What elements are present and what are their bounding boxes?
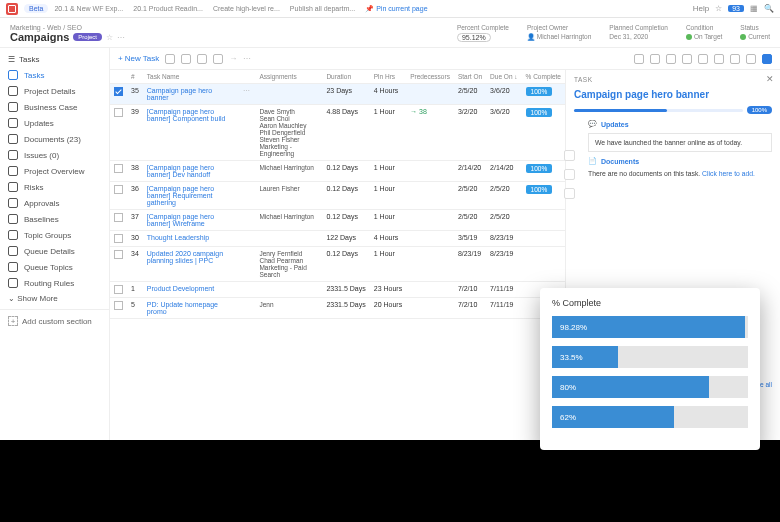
column-header[interactable]: # — [127, 70, 143, 84]
sidebar-item[interactable]: Queue Topics — [0, 259, 109, 275]
sidebar-item[interactable]: Routing Rules — [0, 275, 109, 291]
recent-tab[interactable]: Create high-level re... — [213, 5, 280, 13]
more-actions-icon[interactable]: ⋯ — [117, 33, 125, 42]
table-row[interactable]: 5PD: Update homepage promoJenn2331.5 Day… — [110, 298, 565, 319]
task-name-link[interactable]: Thought Leadership — [147, 234, 209, 241]
table-row[interactable]: 34Updated 2020 campaign planning slides … — [110, 247, 565, 282]
row-checkbox[interactable] — [114, 87, 123, 96]
breadcrumb[interactable]: Marketing - Web / SEO — [10, 24, 427, 31]
row-checkbox[interactable] — [114, 301, 123, 310]
task-name-link[interactable]: Updated 2020 campaign planning slides | … — [147, 250, 223, 264]
sidebar-item[interactable]: Tasks — [0, 67, 109, 83]
notifications-badge[interactable]: 93 — [728, 5, 744, 12]
table-row[interactable]: 36[Campaign page hero banner] Requiremen… — [110, 182, 565, 210]
table-row[interactable]: 30Thought Leadership122 Days4 Hours3/5/1… — [110, 231, 565, 247]
row-more-icon[interactable]: ⋯ — [243, 87, 251, 94]
pin-page-link[interactable]: 📌 Pin current page — [365, 5, 427, 13]
row-checkbox[interactable] — [114, 285, 123, 294]
filter-icon[interactable] — [666, 54, 676, 64]
column-header[interactable]: Predecessors — [406, 70, 454, 84]
list-view-icon[interactable] — [762, 54, 772, 64]
row-checkbox[interactable] — [114, 164, 123, 173]
row-checkbox[interactable] — [114, 185, 123, 194]
task-name-link[interactable]: [Campaign page hero banner] Wireframe — [147, 213, 214, 227]
edit-icon[interactable] — [165, 54, 175, 64]
row-checkbox[interactable] — [114, 108, 123, 117]
documents-heading[interactable]: 📄Documents — [588, 157, 772, 165]
rail-details-icon[interactable] — [564, 188, 575, 199]
sidebar-item[interactable]: Updates — [0, 115, 109, 131]
sidebar-item[interactable]: Baselines — [0, 211, 109, 227]
column-header[interactable]: Start On — [454, 70, 486, 84]
sidebar-item[interactable]: Risks — [0, 179, 109, 195]
row-checkbox[interactable] — [114, 213, 123, 222]
sidebar-item[interactable]: Project Details — [0, 83, 109, 99]
recent-tab[interactable]: 20.1 Product Readin... — [133, 5, 203, 13]
table-row[interactable]: 37[Campaign page hero banner] WireframeM… — [110, 210, 565, 231]
duration-cell: 122 Days — [322, 231, 369, 247]
task-name-link[interactable]: PD: Update homepage promo — [147, 301, 218, 315]
indent-icon[interactable]: → — [229, 54, 237, 63]
help-link[interactable]: Help — [693, 4, 709, 13]
search-icon[interactable]: 🔍 — [764, 4, 774, 13]
row-checkbox[interactable] — [114, 234, 123, 243]
table-row[interactable]: 38[Campaign page hero banner] Dev handof… — [110, 161, 565, 182]
task-name-link[interactable]: [Campaign page hero banner] Dev handoff — [147, 164, 214, 178]
task-name-link[interactable]: Campaign page hero banner — [147, 87, 212, 101]
table-row[interactable]: 1Product Development2331.5 Days23 Hours7… — [110, 282, 565, 298]
rail-docs-icon[interactable] — [564, 169, 575, 180]
new-task-button[interactable]: + New Task — [118, 54, 159, 63]
table-row[interactable]: 35Campaign page hero banner⋯23 Days4 Hou… — [110, 84, 565, 105]
compact-view-icon[interactable] — [746, 54, 756, 64]
column-header[interactable] — [239, 70, 255, 84]
sidebar-item[interactable]: Approvals — [0, 195, 109, 211]
owner-value[interactable]: 👤 Michael Harrington — [527, 33, 591, 41]
task-name-link[interactable]: [Campaign page hero banner] Component bu… — [147, 108, 226, 122]
favorite-toggle-icon[interactable]: ☆ — [106, 33, 113, 42]
sort-icon[interactable] — [682, 54, 692, 64]
search-tasks-icon[interactable] — [634, 54, 644, 64]
copy-icon[interactable] — [197, 54, 207, 64]
task-name-link[interactable]: Product Development — [147, 285, 214, 292]
row-number: 1 — [127, 282, 143, 298]
grid-view-icon[interactable] — [730, 54, 740, 64]
add-document-link[interactable]: Click here to add. — [702, 170, 755, 177]
recent-tab[interactable]: Publish all departm... — [290, 5, 355, 13]
add-custom-section[interactable]: +Add custom section — [0, 313, 109, 329]
column-header[interactable]: Pln Hrs — [370, 70, 406, 84]
delete-icon[interactable] — [213, 54, 223, 64]
column-header[interactable]: % Complete — [522, 70, 565, 84]
columns-icon[interactable] — [698, 54, 708, 64]
apps-grid-icon[interactable]: ▦ — [750, 4, 758, 13]
rail-updates-icon[interactable] — [564, 150, 575, 161]
more-toolbar-icon[interactable]: ⋯ — [243, 54, 251, 63]
column-header[interactable]: Due On ↓ — [486, 70, 521, 84]
table-row[interactable]: 39[Campaign page hero banner] Component … — [110, 105, 565, 161]
column-header[interactable]: Assignments — [255, 70, 322, 84]
sidebar-item[interactable]: Project Overview — [0, 163, 109, 179]
predecessor-cell — [406, 247, 454, 282]
column-header[interactable] — [110, 70, 127, 84]
sidebar-item[interactable]: Documents (23) — [0, 131, 109, 147]
updates-heading[interactable]: 💬Updates — [588, 120, 772, 128]
column-header[interactable]: Task Name — [143, 70, 240, 84]
show-more-toggle[interactable]: ⌄ Show More — [0, 291, 109, 306]
row-checkbox[interactable] — [114, 250, 123, 259]
chat-icon[interactable] — [650, 54, 660, 64]
column-header[interactable]: Duration — [322, 70, 369, 84]
sidebar-item[interactable]: Queue Details — [0, 243, 109, 259]
progress-track[interactable] — [574, 109, 743, 112]
close-icon[interactable]: ✕ — [766, 74, 774, 84]
sidebar-item-icon — [8, 278, 18, 288]
favorite-icon[interactable]: ☆ — [715, 4, 722, 13]
planned-hours-cell: 1 Hour — [370, 161, 406, 182]
recent-tab[interactable]: 20.1 & New WF Exp... — [54, 5, 123, 13]
detail-title[interactable]: Campaign page hero banner — [574, 89, 772, 100]
settings-icon[interactable] — [714, 54, 724, 64]
task-name-link[interactable]: [Campaign page hero banner] Requirement … — [147, 185, 214, 206]
sidebar-item[interactable]: Business Case — [0, 99, 109, 115]
workfront-logo-icon[interactable] — [6, 3, 18, 15]
sidebar-item[interactable]: Issues (0) — [0, 147, 109, 163]
share-icon[interactable] — [181, 54, 191, 64]
sidebar-item[interactable]: Topic Groups — [0, 227, 109, 243]
